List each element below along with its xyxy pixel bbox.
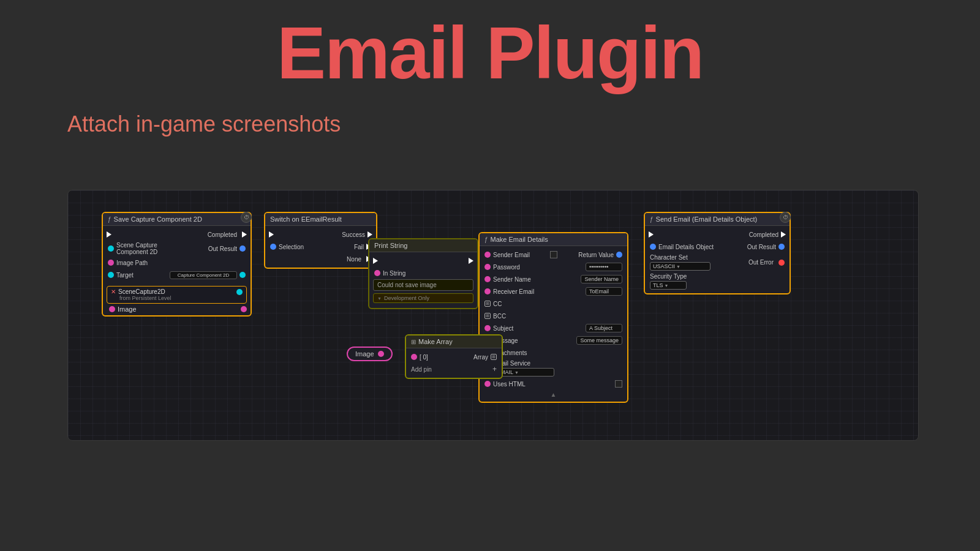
send-email-icon: ƒ <box>650 216 654 223</box>
char-set-label: Character Set <box>650 254 710 261</box>
image-pill-label: Image <box>355 350 374 358</box>
sender-name-label: Sender Name <box>493 276 578 283</box>
print-exec-in <box>373 258 378 264</box>
sender-email-row: Sender Email Return Value <box>480 249 627 261</box>
return-value-pin <box>616 252 622 258</box>
node-send-email: ƒ Send Email (Email Details Object) Comp… <box>644 212 791 294</box>
item-label: [ 0] <box>420 354 453 361</box>
send-exec-row: Completed <box>645 228 790 241</box>
success-out <box>368 231 372 238</box>
save-capture-target-row: Target Capture Component 2D <box>103 269 251 281</box>
out-result-pin2 <box>778 244 785 250</box>
send-completed-label: Completed <box>656 231 778 238</box>
target-out-pin <box>239 272 246 278</box>
node-make-array: ⊞ Make Array [ 0] Array ⊞ Add pin + <box>405 334 503 379</box>
scene2-label: SceneCapture2D <box>118 288 165 295</box>
security-type-dropdown[interactable]: TLS <box>650 281 687 290</box>
from-label: from Persistent Level <box>111 295 243 301</box>
send-email-details-row: Email Details Object Out Result <box>645 241 790 253</box>
image-out-pin <box>241 306 247 312</box>
security-type-row: Security Type TLS <box>645 272 790 291</box>
uses-html-check <box>615 380 622 388</box>
email-details-label: Email Details Object <box>658 244 716 250</box>
uses-html-row: Uses HTML <box>480 378 627 390</box>
print-string-header: Print String <box>369 239 477 252</box>
exec-in-pin <box>107 231 111 238</box>
make-array-icon: ⊞ <box>411 339 416 345</box>
none-label: None <box>270 256 361 263</box>
receiver-pin <box>484 288 491 294</box>
uses-html-pin <box>484 381 491 387</box>
send-email-clock: ⏱ <box>780 212 791 223</box>
item-pin <box>411 354 417 360</box>
make-array-header: ⊞ Make Array <box>406 335 502 348</box>
page-title: Email Plugin <box>0 0 980 93</box>
char-set-value: USASCII <box>653 263 675 269</box>
subject-pin <box>484 325 491 331</box>
char-set-row: Character Set USASCII Out Error <box>645 253 790 272</box>
print-string-title: Print String <box>374 242 407 249</box>
switch-header: Switch on EEmailResult <box>265 213 376 226</box>
message-value: Some message <box>576 336 622 345</box>
add-pin-label: Add pin <box>411 366 489 373</box>
out-result-label: Out Result <box>178 246 238 252</box>
switch-selection-row: Selection Fail <box>265 241 376 253</box>
char-set-dropdown[interactable]: USASCII <box>650 262 710 271</box>
save-capture-title: Save Capture Component 2D <box>114 216 202 223</box>
switch-exec-row: Success <box>265 228 376 241</box>
scene-pin <box>108 246 114 252</box>
make-email-header: ƒ Make Email Details <box>480 233 627 246</box>
target-value: Capture Component 2D <box>170 271 237 279</box>
receiver-label: Receiver Email <box>493 288 583 295</box>
image-pill-pin <box>378 351 384 357</box>
print-string-body: In String Could not save image Developme… <box>369 252 477 308</box>
out-error-pin <box>778 260 785 266</box>
send-email-header: ƒ Send Email (Email Details Object) <box>645 213 790 226</box>
switch-exec-in <box>269 231 274 238</box>
save-capture-scene-row: Scene Capture Component 2D Out Result <box>103 241 251 257</box>
node-print-string: Print String In String Could not save im… <box>368 238 478 309</box>
make-array-title: Make Array <box>418 338 453 345</box>
security-type-label: Security Type <box>650 273 687 280</box>
image-pill: Image <box>347 347 393 361</box>
out-error-label: Out Error <box>713 259 776 266</box>
sender-email-pin <box>484 252 491 258</box>
scene-label: Scene Capture Component 2D <box>116 242 176 255</box>
send-email-body: Completed Email Details Object Out Resul… <box>645 226 790 293</box>
fail-label: Fail <box>323 244 364 250</box>
make-email-body: Sender Email Return Value Password •••••… <box>480 246 627 402</box>
sub-scene-section: ✕ SceneCapture2D from Persistent Level I… <box>103 283 251 315</box>
success-label: Success <box>276 231 365 238</box>
selection-label: Selection <box>279 244 320 250</box>
make-array-body: [ 0] Array ⊞ Add pin + <box>406 348 502 378</box>
attachments-label: Attachments <box>493 350 622 356</box>
imgpath-label: Image Path <box>116 260 246 266</box>
scene-capture-sub: ✕ SceneCapture2D from Persistent Level <box>107 286 247 304</box>
switch-body: Success Selection Fail None <box>265 226 376 268</box>
password-row: Password •••••••••• <box>480 261 627 273</box>
receiver-value: ToEmail <box>586 287 622 296</box>
scroll-indicator: ▲ <box>480 390 627 399</box>
send-exec-in <box>649 231 654 238</box>
security-type-value: TLS <box>653 282 663 288</box>
scene2-pin <box>236 289 243 295</box>
instring-label: In String <box>383 270 472 277</box>
save-capture-exec-in: Completed <box>103 228 251 241</box>
sender-name-value: Sender Name <box>581 275 622 283</box>
node-icon: ƒ <box>108 216 111 223</box>
save-capture-body: Completed Scene Capture Component 2D Out… <box>103 226 251 283</box>
sender-email-label: Sender Email <box>493 252 548 258</box>
scene-capture-row: ✕ SceneCapture2D <box>111 288 243 295</box>
sender-name-pin <box>484 276 491 282</box>
receiver-email-row: Receiver Email ToEmail <box>480 285 627 298</box>
array-label: Array <box>455 354 488 361</box>
image-label: Image <box>118 305 137 313</box>
cc-label: CC <box>493 301 622 307</box>
message-label: Message <box>493 337 574 344</box>
print-exec-row <box>369 255 477 267</box>
print-exec-out <box>469 258 473 264</box>
node-save-capture: ƒ Save Capture Component 2D Completed Sc… <box>102 212 252 317</box>
node-switch: Switch on EEmailResult Success Selection… <box>264 212 377 269</box>
image-row: Image <box>107 304 247 313</box>
target-pin <box>108 272 114 278</box>
